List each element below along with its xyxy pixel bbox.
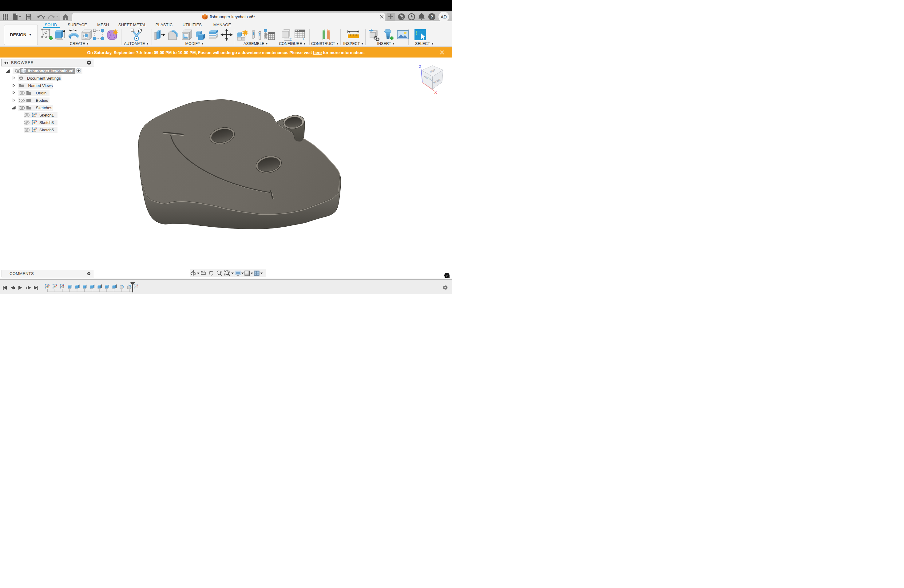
- svg-text:?: ?: [430, 14, 433, 19]
- svg-text:X: X: [435, 90, 437, 95]
- svg-text:Z: Z: [419, 65, 422, 69]
